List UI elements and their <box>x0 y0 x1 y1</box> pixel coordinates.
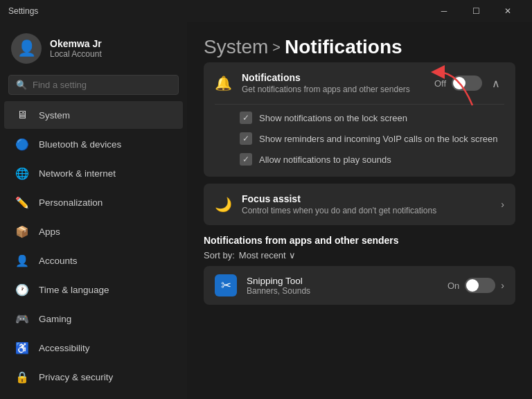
notifications-header-wrap: 🔔 Notifications Get notifications from a… <box>204 62 515 104</box>
title-bar-left: Settings <box>8 6 38 16</box>
sub-option-lock-screen-label: Show notifications on the lock screen <box>259 113 407 123</box>
snipping-tool-icon-glyph: ✂ <box>221 278 231 293</box>
sub-option-sounds-label: Allow notifications to play sounds <box>259 154 391 165</box>
privacy-icon: 🔒 <box>15 370 29 384</box>
notifications-title: Notifications <box>242 72 425 83</box>
toggle-thumb <box>453 77 466 89</box>
snipping-toggle-state: On <box>447 281 459 291</box>
gaming-icon: 🎮 <box>15 312 29 326</box>
sidebar-item-accessibility[interactable]: ♿ Accessibility <box>4 334 183 362</box>
snipping-tool-icon: ✂ <box>215 274 237 296</box>
notifications-text: Notifications Get notifications from app… <box>242 72 425 94</box>
breadcrumb-parent: System <box>204 36 268 58</box>
sidebar-item-gaming[interactable]: 🎮 Gaming <box>4 305 183 332</box>
notifications-toggle[interactable] <box>452 76 482 91</box>
notifications-controls: Off ∧ <box>434 76 504 91</box>
snipping-tool-chevron: › <box>501 280 504 291</box>
network-icon: 🌐 <box>15 166 29 180</box>
snipping-tool-toggle[interactable] <box>465 278 495 293</box>
sidebar-item-personalization-label: Personalization <box>39 197 103 208</box>
focus-assist-card[interactable]: 🌙 Focus assist Control times when you do… <box>204 184 515 225</box>
maximize-button[interactable]: ☐ <box>460 0 492 22</box>
sort-by-label: Sort by: <box>204 250 235 260</box>
snipping-toggle-thumb <box>466 279 479 292</box>
focus-assist-item[interactable]: 🌙 Focus assist Control times when you do… <box>204 184 515 225</box>
notifications-subtitle: Get notifications from apps and other se… <box>242 85 425 94</box>
notifications-icon: 🔔 <box>215 75 232 91</box>
sub-option-reminders: ✓ Show reminders and incoming VoIP calls… <box>240 128 504 149</box>
checkbox-sounds-mark: ✓ <box>242 154 249 164</box>
content-area: System > Notifications 🔔 Notifications G… <box>187 22 532 399</box>
minimize-button[interactable]: ─ <box>428 0 460 22</box>
sub-option-lock-screen-notifs: ✓ Show notifications on the lock screen <box>240 107 504 128</box>
search-input[interactable] <box>33 80 171 90</box>
sub-options: ✓ Show notifications on the lock screen … <box>204 105 515 177</box>
sidebar-item-apps[interactable]: 📦 Apps <box>4 218 183 245</box>
breadcrumb: System > Notifications <box>204 36 515 58</box>
focus-assist-title: Focus assist <box>242 193 491 204</box>
title-bar-controls: ─ ☐ ✕ <box>428 0 524 22</box>
accessibility-icon: ♿ <box>15 341 29 355</box>
focus-assist-subtitle: Control times when you do and don't get … <box>242 206 491 215</box>
user-info: Okemwa Jr Local Account <box>50 38 102 59</box>
checkbox-reminders-mark: ✓ <box>242 134 249 143</box>
app-item-snipping-tool[interactable]: ✂ Snipping Tool Banners, Sounds On › <box>204 266 515 305</box>
sidebar-item-gaming-label: Gaming <box>39 314 71 324</box>
time-icon: 🕐 <box>15 283 29 296</box>
app-title: Settings <box>8 6 38 16</box>
accounts-icon: 👤 <box>15 254 29 267</box>
user-section: 👤 Okemwa Jr Local Account <box>0 22 187 72</box>
title-bar: Settings ─ ☐ ✕ <box>0 0 532 22</box>
sidebar-item-network[interactable]: 🌐 Network & internet <box>4 159 183 187</box>
apps-icon: 📦 <box>15 224 29 238</box>
personalization-icon: ✏️ <box>15 195 29 209</box>
sidebar-item-personalization[interactable]: ✏️ Personalization <box>4 188 183 216</box>
sidebar-item-time[interactable]: 🕐 Time & language <box>4 276 183 303</box>
apps-section-label: Notifications from apps and other sender… <box>204 235 515 246</box>
focus-assist-chevron: › <box>501 199 504 210</box>
avatar: 👤 <box>11 33 42 64</box>
sidebar: 👤 Okemwa Jr Local Account 🔍 🖥 System 🔵 B… <box>0 22 187 399</box>
focus-assist-icon: 🌙 <box>215 196 232 213</box>
checkbox-mark: ✓ <box>242 113 249 123</box>
notifications-expand-button[interactable]: ∧ <box>488 76 504 91</box>
breadcrumb-separator: > <box>272 39 281 55</box>
user-name: Okemwa Jr <box>50 38 102 49</box>
sidebar-item-time-label: Time & language <box>39 285 109 295</box>
bluetooth-icon: 🔵 <box>15 137 29 151</box>
sidebar-item-accessibility-label: Accessibility <box>39 343 90 353</box>
sort-chevron-icon: ∨ <box>289 250 296 260</box>
sort-value[interactable]: Most recent ∨ <box>239 250 296 260</box>
sidebar-item-accounts-label: Accounts <box>39 256 78 266</box>
sidebar-item-bluetooth[interactable]: 🔵 Bluetooth & devices <box>4 130 183 158</box>
notifications-card: 🔔 Notifications Get notifications from a… <box>204 62 515 177</box>
checkbox-lock-screen[interactable]: ✓ <box>240 112 252 124</box>
user-account-type: Local Account <box>50 49 102 59</box>
sidebar-item-network-label: Network & internet <box>39 168 116 179</box>
checkbox-sounds[interactable]: ✓ <box>240 153 252 166</box>
snipping-tool-desc: Banners, Sounds <box>247 286 438 296</box>
search-icon: 🔍 <box>16 80 27 90</box>
close-button[interactable]: ✕ <box>492 0 524 22</box>
sub-option-reminders-label: Show reminders and incoming VoIP calls o… <box>259 134 497 144</box>
sidebar-item-apps-label: Apps <box>39 227 60 237</box>
notifications-header: 🔔 Notifications Get notifications from a… <box>204 62 515 104</box>
sub-option-sounds: ✓ Allow notifications to play sounds <box>240 149 504 170</box>
sidebar-item-privacy[interactable]: 🔒 Privacy & security <box>4 363 183 391</box>
checkbox-reminders[interactable]: ✓ <box>240 132 252 145</box>
sidebar-item-system[interactable]: 🖥 System <box>4 101 183 129</box>
snipping-tool-info: Snipping Tool Banners, Sounds <box>247 276 438 296</box>
focus-assist-text: Focus assist Control times when you do a… <box>242 193 491 215</box>
snipping-tool-controls: On › <box>447 278 504 293</box>
search-box[interactable]: 🔍 <box>8 75 179 95</box>
sidebar-item-system-label: System <box>39 110 70 121</box>
breadcrumb-current: Notifications <box>285 36 402 58</box>
avatar-icon: 👤 <box>17 39 36 57</box>
system-icon: 🖥 <box>15 108 29 122</box>
toggle-state-label: Off <box>434 78 446 89</box>
sidebar-item-privacy-label: Privacy & security <box>39 372 113 382</box>
sort-value-text: Most recent <box>239 250 286 260</box>
sort-row: Sort by: Most recent ∨ <box>204 250 515 260</box>
sidebar-item-accounts[interactable]: 👤 Accounts <box>4 247 183 274</box>
sidebar-item-bluetooth-label: Bluetooth & devices <box>39 139 121 150</box>
